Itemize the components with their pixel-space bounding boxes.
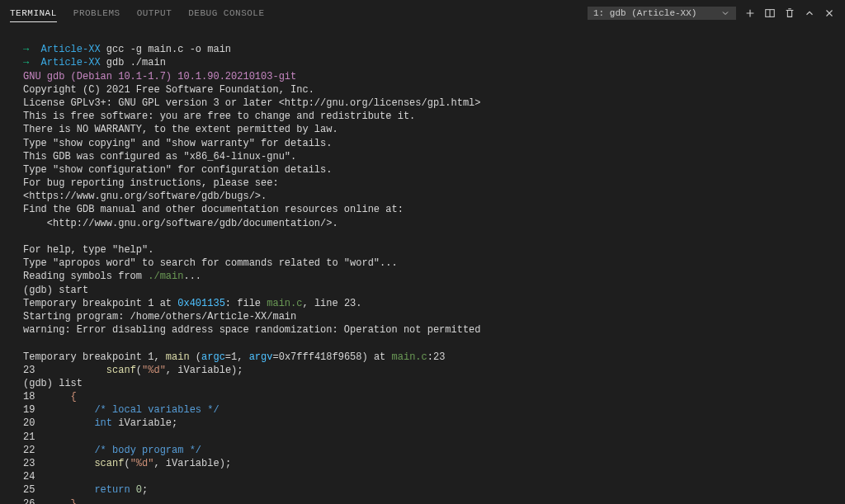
comment-locals: /* local variables */ (35, 404, 219, 416)
lineno-23: 23 (23, 365, 35, 376)
temp-bp-text: Temporary breakpoint 1 at (23, 298, 177, 309)
prompt-arrow: → (23, 44, 29, 55)
terminal-selector-label: 1: gdb (Article-XX) (593, 8, 696, 18)
gdb-find-manual: Find the GDB manual and other documentat… (23, 204, 404, 215)
terminal-output[interactable]: → Article-XX gcc -g main.c -o main → Art… (0, 26, 845, 504)
starting-program: Starting program: /home/others/Article-X… (23, 311, 296, 323)
lineno-20: 20 (23, 417, 35, 429)
param-argc: argc (201, 351, 225, 363)
src-file: main.c (392, 351, 427, 363)
reading-path: ./main (148, 271, 183, 282)
keyword-return: return (94, 484, 130, 496)
tab-terminal[interactable]: TERMINAL (10, 5, 57, 22)
gdb-bug-report: For bug reporting instructions, please s… (23, 177, 279, 189)
split-terminal-icon[interactable] (764, 7, 776, 19)
prompt-context: Article-XX (41, 44, 101, 55)
gdb-prompt: (gdb) (23, 378, 59, 389)
gdb-version: GNU gdb (Debian 10.1-1.7) 10.1.90.202101… (23, 71, 296, 82)
fmt-string: "%d" (142, 365, 166, 376)
temp-bp2-text: Temporary breakpoint 1, (23, 351, 166, 363)
lineno-25: 25 (23, 484, 35, 496)
chevron-up-icon[interactable] (804, 7, 815, 19)
lineno-21: 21 (23, 431, 35, 443)
tab-debug-console[interactable]: DEBUG CONSOLE (188, 5, 264, 22)
shell-cmd-1: gcc -g main.c -o main (106, 44, 231, 55)
lineno-26: 26 (23, 498, 35, 504)
tab-output[interactable]: OUTPUT (137, 5, 172, 22)
gdb-list-cmd: list (59, 378, 83, 389)
tab-problems[interactable]: PROBLEMS (73, 5, 120, 22)
bp-file: main.c (267, 298, 302, 309)
lineno-22: 22 (23, 445, 35, 456)
gdb-start-cmd: start (59, 285, 88, 296)
prompt-arrow: → (23, 57, 29, 68)
chevron-down-icon (720, 8, 730, 18)
gdb-help: For help, type "help". (23, 244, 153, 256)
bp-address: 0x401135 (177, 298, 225, 309)
fn-main: main (166, 351, 190, 363)
warning-line: warning: Error disabling address space r… (23, 324, 481, 336)
prompt-context: Article-XX (41, 57, 101, 68)
lineno-23b: 23 (23, 458, 35, 469)
lineno-24: 24 (23, 471, 35, 483)
shell-cmd-2: gdb ./main (106, 57, 166, 68)
reading-symbols: Reading symbols from (23, 271, 148, 282)
gdb-show-config: Type "show configuration" for configurat… (23, 164, 332, 176)
terminal-selector[interactable]: 1: gdb (Article-XX) (588, 7, 736, 20)
gdb-copyright: Copyright (C) 2021 Free Software Foundat… (23, 84, 314, 96)
gdb-free-sw: This is free software: you are free to c… (23, 111, 415, 122)
lineno-19: 19 (23, 404, 35, 416)
panel-header: TERMINAL PROBLEMS OUTPUT DEBUG CONSOLE 1… (0, 0, 845, 26)
fn-scanf: scanf (106, 365, 136, 376)
gdb-bug-url: <https://www.gnu.org/software/gdb/bugs/>… (23, 191, 267, 202)
gdb-doc-url: <http://www.gnu.org/software/gdb/documen… (23, 218, 338, 229)
gdb-apropos: Type "apropos word" to search for comman… (23, 257, 398, 269)
lineno-18: 18 (23, 391, 35, 403)
gdb-configured: This GDB was configured as "x86_64-linux… (23, 151, 296, 163)
trash-icon[interactable] (784, 7, 795, 19)
panel-tabs: TERMINAL PROBLEMS OUTPUT DEBUG CONSOLE (10, 5, 265, 22)
gdb-show-copying: Type "show copying" and "show warranty" … (23, 138, 332, 149)
param-argv: argv (249, 351, 273, 363)
reading-dots: ... (183, 271, 201, 282)
close-icon[interactable] (824, 7, 835, 19)
gdb-prompt: (gdb) (23, 285, 59, 296)
gdb-no-warranty: There is NO WARRANTY, to the extent perm… (23, 124, 338, 135)
comment-body: /* body program */ (35, 445, 201, 456)
keyword-int: int (94, 417, 112, 429)
new-terminal-icon[interactable] (744, 7, 756, 19)
fn-scanf: scanf (94, 458, 124, 469)
gdb-license: License GPLv3+: GNU GPL version 3 or lat… (23, 97, 481, 109)
panel-header-actions: 1: gdb (Article-XX) (588, 7, 835, 20)
